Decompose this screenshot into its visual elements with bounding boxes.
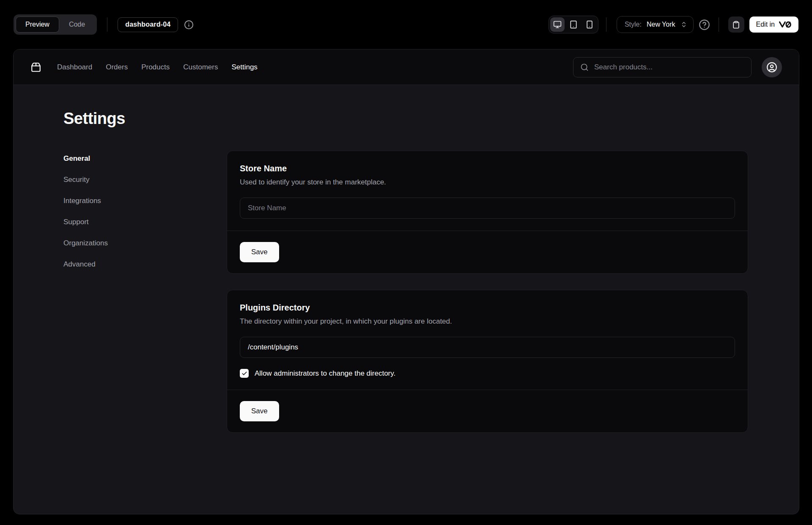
smartphone-icon: [585, 20, 594, 29]
nav-right: [573, 57, 782, 77]
card-footer: Save: [227, 231, 748, 273]
block-preview-window: Dashboard Orders Products Customers Sett…: [13, 49, 799, 514]
settings-cards: Store Name Used to identify your store i…: [227, 151, 748, 433]
info-icon[interactable]: [184, 20, 194, 30]
sidebar-item-integrations[interactable]: Integrations: [63, 197, 227, 205]
style-select[interactable]: Style: New York: [617, 16, 694, 33]
card-description: The directory within your project, in wh…: [240, 317, 735, 326]
store-name-card: Store Name Used to identify your store i…: [227, 151, 748, 274]
edit-in-v0-button[interactable]: Edit in: [749, 16, 798, 33]
clipboard-icon: [732, 21, 740, 29]
settings-page: Settings General Security Integrations S…: [14, 85, 799, 433]
card-header: Store Name Used to identify your store i…: [227, 151, 748, 187]
sidebar-item-advanced[interactable]: Advanced: [63, 260, 227, 269]
mobile-device-button[interactable]: [582, 17, 597, 32]
copy-code-button[interactable]: [728, 16, 744, 33]
toolbar-divider: [606, 17, 606, 32]
nav-item-products[interactable]: Products: [141, 63, 170, 71]
plugins-directory-card: Plugins Directory The directory within y…: [227, 290, 748, 433]
search-input[interactable]: [594, 63, 744, 71]
toolbar-divider: [107, 17, 107, 32]
app-top-nav: Dashboard Orders Products Customers Sett…: [14, 49, 799, 85]
card-content: [227, 187, 748, 231]
card-content: Allow administrators to change the direc…: [227, 326, 748, 390]
save-button[interactable]: Save: [240, 242, 279, 262]
style-select-value: New York: [647, 21, 675, 28]
code-tab[interactable]: Code: [59, 16, 95, 33]
card-title: Plugins Directory: [240, 303, 735, 313]
sidebar-item-security[interactable]: Security: [63, 176, 227, 184]
nav-item-orders[interactable]: Orders: [106, 63, 128, 71]
plugins-directory-input[interactable]: [240, 337, 735, 358]
search-icon: [580, 63, 589, 71]
check-icon: [241, 371, 247, 377]
settings-layout: General Security Integrations Support Or…: [63, 151, 748, 433]
block-name-badge: dashboard-04: [118, 17, 178, 32]
user-menu-button[interactable]: [762, 57, 782, 77]
sidebar-item-organizations[interactable]: Organizations: [63, 239, 227, 247]
style-select-label: Style:: [625, 21, 642, 28]
allow-admins-label[interactable]: Allow administrators to change the direc…: [255, 369, 395, 378]
device-toggle-group: [549, 16, 598, 33]
edit-in-v0-label: Edit in: [756, 21, 775, 28]
tablet-device-button[interactable]: [566, 17, 581, 32]
settings-sidebar: General Security Integrations Support Or…: [63, 151, 227, 269]
circle-user-icon: [766, 62, 777, 73]
page-title: Settings: [63, 110, 748, 128]
toolbar-right: Style: New York Edit in: [549, 16, 798, 33]
toolbar-divider: [719, 17, 719, 32]
preview-tab[interactable]: Preview: [16, 16, 59, 33]
blocks-toolbar: Preview Code dashboard-04: [0, 0, 812, 49]
nav-links: Dashboard Orders Products Customers Sett…: [57, 63, 258, 71]
save-button[interactable]: Save: [240, 401, 279, 421]
nav-item-customers[interactable]: Customers: [183, 63, 218, 71]
nav-item-settings[interactable]: Settings: [231, 63, 257, 71]
chevrons-up-down-icon: [680, 21, 687, 28]
store-name-input[interactable]: [240, 198, 735, 219]
card-footer: Save: [227, 390, 748, 432]
nav-item-dashboard[interactable]: Dashboard: [57, 63, 92, 71]
tablet-icon: [569, 20, 578, 29]
monitor-icon: [553, 20, 562, 29]
sidebar-item-general[interactable]: General: [63, 154, 227, 163]
card-header: Plugins Directory The directory within y…: [227, 290, 748, 326]
sidebar-item-support[interactable]: Support: [63, 218, 227, 226]
toolbar-left: Preview Code dashboard-04: [14, 14, 194, 35]
card-title: Store Name: [240, 164, 735, 173]
allow-admins-checkbox[interactable]: [240, 369, 249, 378]
desktop-device-button[interactable]: [550, 17, 565, 32]
view-toggle-group: Preview Code: [14, 14, 97, 35]
card-description: Used to identify your store in the marke…: [240, 178, 735, 187]
v0-logo-icon: [779, 21, 792, 28]
allow-admins-row: Allow administrators to change the direc…: [240, 369, 735, 378]
product-search: [573, 57, 752, 77]
help-circle-icon[interactable]: [699, 19, 710, 30]
package-icon[interactable]: [30, 62, 41, 73]
